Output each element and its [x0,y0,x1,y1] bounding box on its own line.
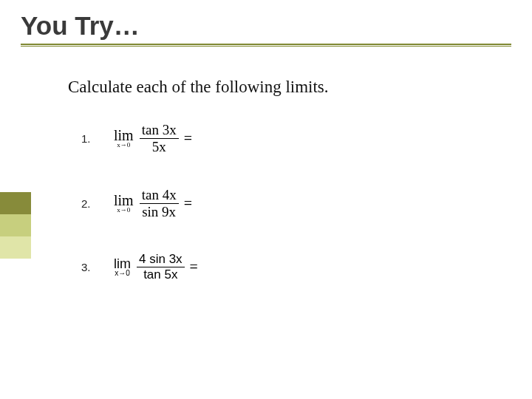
equals-sign: = [190,259,198,276]
list-item: 2. lim x→0 tan 4x sin 9x = [81,188,502,219]
fraction: tan 3x 5x [140,123,179,154]
instruction-text: Calculate each of the following limits. [68,78,502,97]
accent-bar-mid [0,214,31,236]
lim-label: lim [114,128,134,143]
problem-number: 1. [81,132,95,145]
denominator: tan 5x [141,268,180,282]
accent-bar-light [0,236,31,259]
limit-expression: lim x→0 tan 4x sin 9x = [114,188,192,219]
denominator: sin 9x [140,205,178,219]
lim-symbol: lim x→0 [114,193,134,214]
equals-sign: = [184,195,192,212]
lim-subscript: x→0 [117,207,130,214]
lim-subscript: x→0 [115,270,130,277]
lim-label: lim [114,257,131,270]
lim-subscript: x→0 [117,142,130,149]
lim-symbol: lim x→0 [114,257,131,277]
slide-content: Calculate each of the following limits. … [68,78,502,281]
problem-number: 2. [81,197,95,210]
list-item: 3. lim x→0 4 sin 3x tan 5x = [81,253,502,282]
numerator: tan 4x [140,188,179,202]
lim-symbol: lim x→0 [114,128,134,149]
equals-sign: = [184,130,192,147]
lim-label: lim [114,193,134,208]
denominator: 5x [150,140,168,154]
list-item: 1. lim x→0 tan 3x 5x = [81,123,502,154]
limit-expression: lim x→0 4 sin 3x tan 5x = [114,253,198,282]
numerator: tan 3x [140,123,179,137]
slide-header: You Try… [21,11,511,47]
title-underline [21,44,511,47]
fraction: tan 4x sin 9x [140,188,179,219]
left-accent-bars [0,192,31,259]
limit-expression: lim x→0 tan 3x 5x = [114,123,192,154]
problem-list: 1. lim x→0 tan 3x 5x = 2. lim x→0 [81,123,502,281]
problem-number: 3. [81,261,95,273]
accent-bar-dark [0,192,31,214]
slide-title: You Try… [21,11,511,42]
numerator: 4 sin 3x [137,253,185,266]
fraction: 4 sin 3x tan 5x [137,253,185,282]
